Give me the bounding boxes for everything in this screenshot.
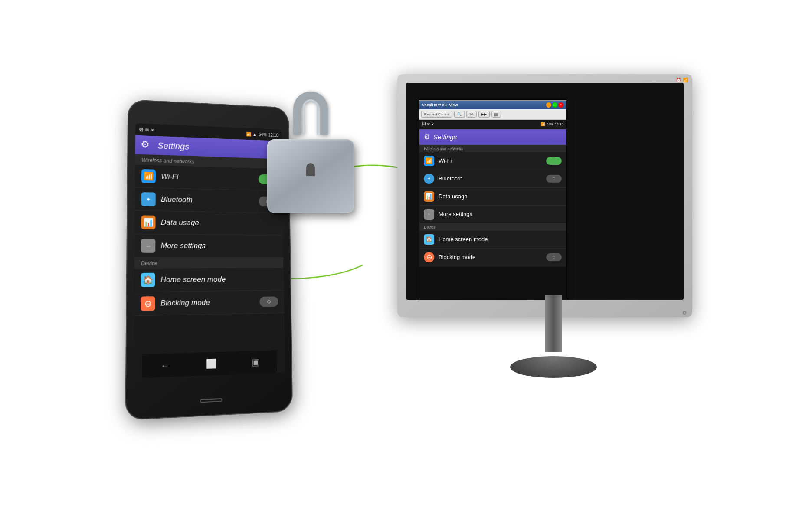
phone-wifi-item[interactable]: 📶 Wi-Fi [135, 164, 282, 191]
monitor-frame: ✉ ⏰ 📶 VocalHost ISL View − □ × [397, 74, 692, 317]
monitor-clock-icon: ⏰ [676, 78, 681, 82]
padlock-body [267, 139, 354, 213]
isl-data-item[interactable]: 📊 Data usage [419, 188, 566, 206]
isl-home-item[interactable]: 🏠 Home screen mode [419, 231, 566, 249]
phone-wifi-icon: 📶 [246, 131, 251, 136]
isl-status-right: 📶 54% 12:10 [541, 122, 563, 126]
phone-data-item[interactable]: 📊 Data usage [135, 211, 283, 235]
isl-window: VocalHost ISL View − □ × Request Control… [419, 100, 566, 300]
isl-toolbar: Request Control 🔍 1A ▶▶ |||| [419, 109, 566, 120]
monitor: ✉ ⏰ 📶 VocalHost ISL View − □ × [397, 74, 710, 404]
phone-block-label: Blocking mode [160, 298, 255, 308]
isl-block-toggle[interactable]: O [546, 253, 562, 261]
isl-wifi-toggle[interactable] [546, 157, 562, 165]
isl-device-label: Device [419, 223, 566, 231]
monitor-bezel: VocalHost ISL View − □ × Request Control… [406, 83, 684, 300]
phone-settings-icon: ✕ [151, 127, 154, 132]
isl-close-btn[interactable]: × [558, 102, 563, 108]
isl-more-icon: ··· [424, 209, 434, 220]
isl-toolbar-btn2[interactable]: 1A [466, 111, 477, 118]
isl-bluetooth-label: Bluetooth [439, 175, 542, 182]
phone-home-item[interactable]: 🏠 Home screen mode [134, 268, 284, 292]
phone-back-btn[interactable]: ← [160, 360, 170, 370]
isl-window-controls: − □ × [546, 102, 563, 108]
isl-wifi-status-icon: 📶 [541, 122, 545, 126]
isl-home-label: Home screen mode [439, 236, 562, 242]
isl-title: VocalHost ISL View [422, 103, 458, 107]
scene: 🖼 ✉ ✕ 📶 ▲ 54% 12:10 ⚙ Settings Wireless … [102, 66, 710, 456]
isl-gear-icon: ⚙ [424, 133, 430, 141]
isl-data-icon: 📊 [424, 191, 434, 202]
isl-close-icon: ✕ [431, 122, 434, 126]
isl-titlebar: VocalHost ISL View − □ × [419, 101, 566, 109]
isl-settings-title: Settings [433, 133, 457, 141]
isl-block-item[interactable]: ⊖ Blocking mode O [419, 249, 566, 266]
padlock [267, 92, 354, 213]
phone-block-item[interactable]: ⊖ Blocking mode [134, 290, 284, 316]
phone-settings-title: Settings [157, 141, 189, 151]
isl-email-icon: ✉ [427, 122, 430, 126]
isl-wifi-icon: 📶 [424, 156, 434, 166]
phone-bluetooth-label: Bluetooth [161, 195, 254, 205]
phone-data-label: Data usage [161, 218, 277, 228]
monitor-corner-icons: ✉ ⏰ 📶 [671, 78, 688, 82]
isl-toolbar-btn4[interactable]: |||| [491, 111, 501, 118]
phone-bluetooth-icon: ✦ [141, 192, 156, 206]
phone-bluetooth-item[interactable]: ✦ Bluetooth [135, 187, 283, 213]
phone-screen: 🖼 ✉ ✕ 📶 ▲ 54% 12:10 ⚙ Settings Wireless … [134, 123, 285, 378]
isl-toolbar-btn1[interactable]: 🔍 [454, 111, 465, 118]
phone-block-icon: ⊖ [141, 296, 155, 311]
isl-time-status: 12:10 [555, 122, 563, 126]
phone-home-label: Home screen mode [160, 275, 278, 284]
isl-battery-status: 54% [547, 122, 553, 126]
phone-wifi-label: Wi-Fi [161, 172, 253, 183]
phone-gear-icon: ⚙ [141, 139, 153, 151]
phone-physical-btn [200, 398, 223, 403]
isl-minimize-btn[interactable]: − [546, 102, 551, 108]
phone-navbar: ← ⬜ ▣ [142, 350, 277, 378]
phone-more-icon: ··· [141, 239, 155, 253]
monitor-stand-base [510, 356, 597, 378]
phone-more-label: More settings [161, 241, 278, 250]
phone-home-icon: 🏠 [141, 272, 155, 287]
isl-data-label: Data usage [439, 193, 562, 200]
phone-more-item[interactable]: ··· More settings [134, 234, 283, 257]
phone-device-section-label: Device [134, 257, 283, 268]
phone-data-icon: 📊 [141, 215, 155, 229]
isl-wireless-label: Wireless and networks [419, 145, 566, 152]
monitor-signal-icon: 📶 [683, 78, 688, 82]
monitor-stand-neck [545, 295, 562, 352]
phone-signal-icon: ▲ [253, 131, 257, 136]
isl-android-screen: 🖼 ✉ ✕ 📶 54% 12:10 ⚙ [419, 120, 566, 300]
isl-block-label: Blocking mode [439, 254, 542, 260]
isl-settings-header: ⚙ Settings [419, 129, 566, 145]
monitor-icon-1: ✉ [671, 78, 674, 82]
isl-bluetooth-icon: ✦ [424, 174, 434, 184]
isl-wifi-label: Wi-Fi [439, 157, 542, 164]
isl-bluetooth-toggle[interactable]: O [546, 175, 562, 183]
monitor-power-button[interactable] [683, 311, 686, 315]
isl-status-bar: 🖼 ✉ ✕ 📶 54% 12:10 [419, 120, 566, 129]
isl-wifi-item[interactable]: 📶 Wi-Fi [419, 152, 566, 170]
isl-more-label: More settings [439, 211, 562, 217]
isl-block-icon: ⊖ [424, 252, 434, 262]
isl-status-left: 🖼 ✉ ✕ [422, 122, 434, 126]
padlock-shackle [293, 92, 328, 135]
isl-toolbar-btn3[interactable]: ▶▶ [478, 111, 490, 118]
phone-battery-label: 54% [259, 132, 267, 137]
phone-wifi-icon-btn: 📶 [141, 169, 156, 183]
phone-recent-btn[interactable]: ▣ [252, 357, 260, 367]
padlock-keyhole [306, 163, 315, 176]
phone-email-icon: ✉ [145, 127, 149, 132]
isl-bluetooth-item[interactable]: ✦ Bluetooth O [419, 170, 566, 188]
isl-maximize-btn[interactable]: □ [552, 102, 557, 108]
isl-more-item[interactable]: ··· More settings [419, 206, 566, 223]
phone-home-btn[interactable]: ⬜ [206, 358, 217, 369]
isl-request-control-btn[interactable]: Request Control [421, 111, 452, 118]
phone-block-toggle[interactable] [260, 296, 278, 307]
phone-notification-icon: 🖼 [139, 127, 144, 131]
isl-notif-icon: 🖼 [422, 122, 426, 126]
phone-status-icons: 🖼 ✉ ✕ [139, 127, 154, 132]
isl-home-icon: 🏠 [424, 234, 434, 245]
